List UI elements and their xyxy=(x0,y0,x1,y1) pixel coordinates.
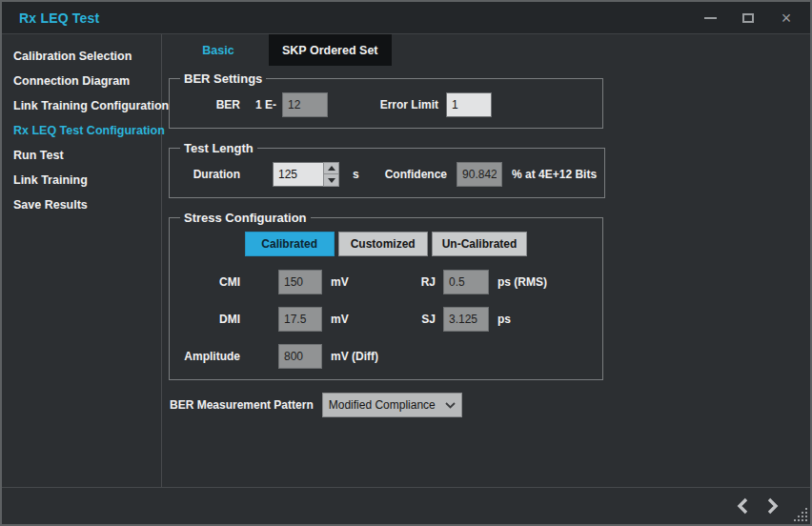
ber-measurement-pattern-value: Modified Compliance xyxy=(323,398,440,412)
rx-leq-test-window: Rx LEQ Test × Calibration Selection Conn… xyxy=(0,0,812,526)
duration-unit: s xyxy=(353,168,359,181)
sj-field xyxy=(443,307,489,332)
cmi-unit: mV xyxy=(331,275,399,289)
dmi-label: DMI xyxy=(177,313,240,326)
confidence-field xyxy=(457,162,502,187)
ber-measurement-pattern-row: BER Measurement Pattern Modified Complia… xyxy=(168,393,810,417)
dmi-sj-row: DMI mV SJ ps xyxy=(177,307,595,332)
sidebar-item-link-training-configuration[interactable]: Link Training Configuration xyxy=(2,93,161,118)
ber-settings-group: BER Settings BER 1 E- Error Limit xyxy=(169,71,603,129)
maximize-icon xyxy=(742,13,754,23)
sidebar-item-link-training[interactable]: Link Training xyxy=(2,168,161,192)
cmi-field xyxy=(278,270,322,294)
resize-grip-icon xyxy=(794,508,808,522)
title-bar: Rx LEQ Test × xyxy=(2,2,810,34)
ber-row: BER 1 E- Error Limit xyxy=(177,92,595,117)
ber-settings-title: BER Settings xyxy=(180,71,266,86)
duration-stepper xyxy=(273,162,339,187)
duration-label: Duration xyxy=(177,168,240,181)
ber-exponent-field xyxy=(282,92,328,117)
sj-unit: ps xyxy=(497,313,511,326)
maximize-button[interactable] xyxy=(736,9,761,28)
amplitude-row: Amplitude mV (Diff) xyxy=(177,344,595,369)
sidebar-item-rx-leq-test-configuration[interactable]: Rx LEQ Test Configuration xyxy=(2,118,161,143)
chevron-right-icon xyxy=(767,497,779,515)
amplitude-unit: mV (Diff) xyxy=(331,350,378,363)
test-length-row: Duration s Confidence % at 4E+12 Bits xyxy=(177,162,597,187)
arrow-down-icon xyxy=(328,178,335,183)
rj-label: RJ xyxy=(399,275,436,289)
error-limit-field[interactable] xyxy=(446,92,492,117)
dmi-unit: mV xyxy=(331,313,399,326)
next-page-button[interactable] xyxy=(764,496,782,516)
un-calibrated-button[interactable]: Un-Calibrated xyxy=(432,232,528,256)
main-panel: Basic SKP Ordered Set BER Settings BER 1… xyxy=(162,34,810,487)
chevron-down-icon xyxy=(440,402,461,409)
customized-button[interactable]: Customized xyxy=(338,232,428,256)
sidebar-item-calibration-selection[interactable]: Calibration Selection xyxy=(2,44,161,69)
stress-configuration-title: Stress Configuration xyxy=(180,211,311,225)
stress-mode-selector: Calibrated Customized Un-Calibrated xyxy=(177,232,595,256)
sidebar-item-connection-diagram[interactable]: Connection Diagram xyxy=(2,69,161,93)
sj-label: SJ xyxy=(399,313,436,326)
rj-field xyxy=(443,270,489,294)
window-body: Calibration Selection Connection Diagram… xyxy=(2,34,810,487)
minimize-button[interactable] xyxy=(698,9,722,28)
tab-skp-ordered-set[interactable]: SKP Ordered Set xyxy=(269,34,392,66)
bottom-bar xyxy=(2,487,810,524)
ber-measurement-pattern-label: BER Measurement Pattern xyxy=(170,398,314,412)
stress-configuration-group: Stress Configuration Calibrated Customiz… xyxy=(169,211,603,380)
previous-page-button[interactable] xyxy=(734,496,751,516)
ber-exponent-prefix: 1 E- xyxy=(255,98,276,111)
rj-unit: ps (RMS) xyxy=(497,275,547,289)
close-icon: × xyxy=(782,10,792,26)
tab-basic[interactable]: Basic xyxy=(168,34,269,66)
confidence-label: Confidence xyxy=(385,168,447,181)
close-button[interactable]: × xyxy=(774,9,799,28)
sidebar-item-save-results[interactable]: Save Results xyxy=(2,192,161,217)
duration-field[interactable] xyxy=(273,162,323,187)
sidebar: Calibration Selection Connection Diagram… xyxy=(2,34,162,487)
confidence-suffix: % at 4E+12 Bits xyxy=(512,168,597,181)
resize-grip[interactable] xyxy=(794,508,808,522)
tab-bar: Basic SKP Ordered Set xyxy=(168,34,810,66)
minimize-icon xyxy=(704,17,717,19)
cmi-label: CMI xyxy=(177,275,240,289)
sidebar-item-run-test[interactable]: Run Test xyxy=(2,143,161,168)
amplitude-field xyxy=(278,344,322,369)
amplitude-label: Amplitude xyxy=(177,350,240,363)
error-limit-label: Error Limit xyxy=(328,98,438,111)
window-controls: × xyxy=(698,9,799,28)
dmi-field xyxy=(278,307,322,332)
chevron-left-icon xyxy=(737,497,748,515)
duration-spin-buttons xyxy=(323,162,339,187)
ber-measurement-pattern-select[interactable]: Modified Compliance xyxy=(322,393,462,417)
window-title: Rx LEQ Test xyxy=(19,10,99,26)
arrow-up-icon xyxy=(328,166,335,171)
duration-increment-button[interactable] xyxy=(323,162,339,174)
test-length-title: Test Length xyxy=(180,141,257,155)
ber-label: BER xyxy=(177,98,240,111)
test-length-group: Test Length Duration s Confidence % at 4… xyxy=(169,141,605,198)
calibrated-button[interactable]: Calibrated xyxy=(245,232,335,256)
duration-decrement-button[interactable] xyxy=(323,174,339,187)
cmi-rj-row: CMI mV RJ ps (RMS) xyxy=(177,270,595,294)
